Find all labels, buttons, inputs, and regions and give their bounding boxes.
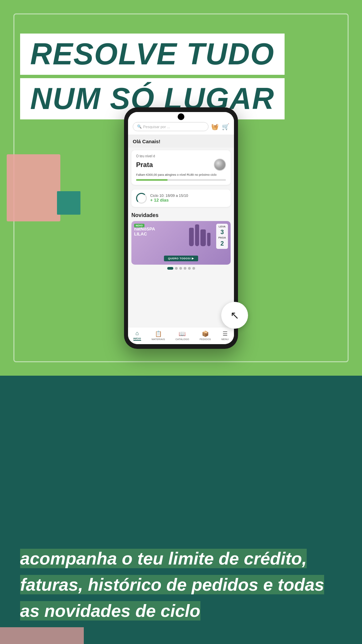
level-name: Prata [136,161,153,169]
bottom-text: acompanha o teu limite de crédito, fatur… [20,545,342,624]
banner-dots [131,267,231,270]
headline: RESOLVE TUDO NUM SÓ LUGAR [20,34,285,119]
bottom-description: acompanha o teu limite de crédito, fatur… [20,549,324,621]
nav-item-pedidos[interactable]: 📦 PEDIDOS [200,330,211,340]
bottom-section: acompanha o teu limite de crédito, fatur… [0,376,362,644]
phone-notch [178,113,184,120]
banner-btn[interactable]: QUERO TODOS! ▶ [164,256,198,261]
level-name-row: Prata [136,159,226,171]
nav-label-materiais: MATERIAIS [152,338,165,340]
banner-card[interactable]: NOVO natNöSPA LILAC LEVA 3 PAGA 2 [131,221,231,265]
phone-screen: 🔍 Pesquisar por ... 🧺 🛒 Olá Canais! O te… [128,112,234,344]
cart-icon[interactable]: 🛒 [222,123,229,130]
cursor-icon: ↖ [230,309,239,322]
level-label-text: O teu nível é [136,154,226,158]
product-bottle-2 [195,224,199,246]
product-bottle-1 [189,228,194,246]
banner-promo: LEVA 3 PAGA 2 [216,224,228,249]
nav-label-inicio: INÍCIO [133,337,141,341]
cycle-info: Ciclo 10: 18/09 a 15/10 + 12 dias [150,194,188,203]
greeting-text: Olá Canais! [133,139,229,144]
level-progress-text: Faltam €300,00 para atingires o nível RU… [136,173,226,177]
deco-pink-rect [7,154,60,221]
header-icons: 🧺 🛒 [211,123,229,130]
dot-5[interactable] [188,267,191,270]
nav-label-catalogo: CATÁLOGO [175,338,189,340]
product-items [189,224,210,246]
banner-brand: natNöSPA LILAC [134,226,155,237]
headline-line1-text: RESOLVE TUDO [30,37,275,71]
bottom-nav: ⌂ INÍCIO 📋 MATERIAIS 📖 CATÁLOGO 📦 PEDIDO… [128,327,234,344]
banner-promo-big2: 2 [218,240,226,248]
cycle-card: Ciclo 10: 18/09 a 15/10 + 12 dias [131,190,231,207]
bottom-pink-stripe [0,627,84,644]
phone-body: 🔍 Pesquisar por ... 🧺 🛒 Olá Canais! O te… [124,107,238,349]
cycle-ring [136,193,147,204]
nav-label-menu: MENU [221,338,229,340]
search-icon: 🔍 [137,124,142,129]
dot-6[interactable] [192,267,195,270]
dot-2[interactable] [175,267,178,270]
product-bottle-4 [207,233,210,246]
nav-item-materiais[interactable]: 📋 MATERIAIS [152,330,165,340]
nav-icon-inicio: ⌂ [135,330,139,337]
greeting-section: Olá Canais! [128,135,234,148]
nav-icon-materiais: 📋 [155,330,162,337]
search-placeholder-text: Pesquisar por ... [143,125,170,129]
cursor-circle: ↖ [221,302,248,329]
nav-icon-menu: ☰ [223,330,228,337]
novidades-section: Novidades NOVO natNöSPA LILAC LEVA 3 PAG… [128,209,234,272]
product-bottle-3 [200,229,206,246]
search-bar[interactable]: 🔍 Pesquisar por ... [133,122,208,131]
dot-1[interactable] [167,267,173,270]
novidades-title: Novidades [131,212,231,218]
basket-icon[interactable]: 🧺 [211,123,219,130]
nav-icon-catalogo: 📖 [179,330,186,337]
cycle-dates: Ciclo 10: 18/09 a 15/10 [150,194,188,198]
nav-item-menu[interactable]: ☰ MENU [221,330,229,340]
top-section: RESOLVE TUDO NUM SÓ LUGAR 🔍 Pesquisar po… [0,0,362,376]
nav-icon-pedidos: 📦 [202,330,209,337]
banner-promo-big1: 3 [218,228,226,236]
level-badge [214,159,226,171]
progress-bar-fill [136,179,168,181]
cycle-icon [136,193,147,204]
phone-mockup: 🔍 Pesquisar por ... 🧺 🛒 Olá Canais! O te… [124,107,238,349]
level-card: O teu nível é Prata Faltam €300,00 para … [131,150,231,185]
cycle-days: + 12 dias [150,198,188,203]
nav-item-catalogo[interactable]: 📖 CATÁLOGO [175,330,189,340]
dot-4[interactable] [184,267,186,270]
nav-label-pedidos: PEDIDOS [200,338,211,340]
deco-teal-rect [57,191,80,215]
dot-3[interactable] [179,267,182,270]
progress-bar-bg [136,179,226,181]
banner-promo-line1: LEVA [218,225,226,228]
banner-promo-line2: PAGA [218,236,226,239]
nav-item-inicio[interactable]: ⌂ INÍCIO [133,330,141,341]
